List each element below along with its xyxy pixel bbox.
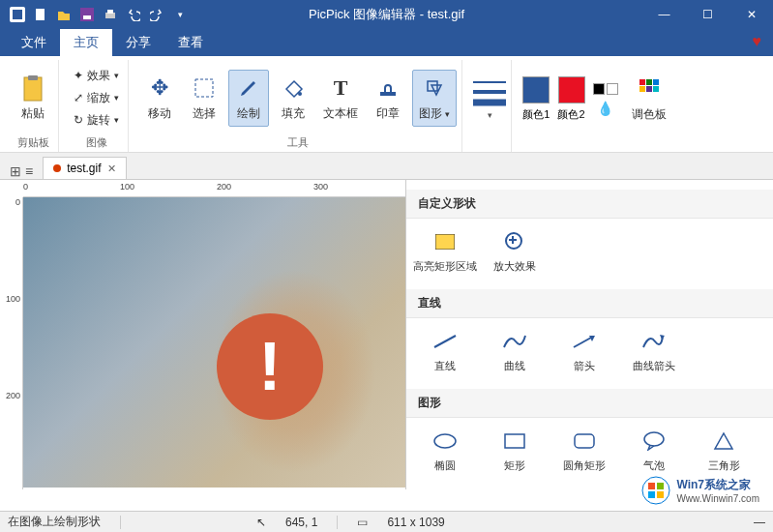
status-bar: 在图像上绘制形状 ↖ 645, 1 ▭ 611 x 1039 — bbox=[0, 511, 773, 532]
shape-curve-arrow[interactable]: 曲线箭头 bbox=[619, 326, 689, 377]
pencil-icon bbox=[235, 74, 262, 102]
close-button[interactable]: ✕ bbox=[729, 0, 773, 29]
shape-triangle[interactable]: 三角形 bbox=[689, 426, 758, 477]
svg-rect-15 bbox=[639, 79, 645, 85]
svg-point-27 bbox=[434, 434, 456, 448]
fill-button[interactable]: 填充 bbox=[273, 71, 313, 126]
select-button[interactable]: 选择 bbox=[184, 71, 224, 126]
rotate-icon: ↻ bbox=[74, 113, 83, 127]
paste-button[interactable]: 粘贴 bbox=[13, 71, 53, 126]
svg-rect-7 bbox=[24, 77, 42, 101]
new-icon[interactable] bbox=[33, 7, 48, 22]
palette-icon bbox=[636, 75, 663, 103]
canvas-area: 0 100 200 300 0 100 200 ! 自定义形状 高亮矩形区域 放… bbox=[0, 180, 773, 489]
move-button[interactable]: ✥移动 bbox=[139, 71, 180, 126]
tab-file[interactable]: 文件 bbox=[8, 29, 60, 56]
color-picker-buttons: 💧 bbox=[593, 83, 618, 116]
shapes-icon bbox=[421, 74, 448, 102]
svg-line-25 bbox=[434, 336, 456, 347]
bucket-icon bbox=[280, 74, 307, 102]
undo-icon[interactable] bbox=[126, 7, 141, 22]
svg-point-31 bbox=[642, 477, 669, 504]
document-tab[interactable]: test.gif ✕ bbox=[43, 157, 126, 179]
rotate-button[interactable]: ↻旋转▾ bbox=[70, 110, 123, 131]
shape-curve[interactable]: 曲线 bbox=[480, 326, 550, 377]
save-icon[interactable] bbox=[79, 7, 95, 22]
section-custom: 自定义形状 bbox=[406, 190, 773, 219]
palette-button[interactable]: 调色板 bbox=[626, 72, 672, 127]
redo-icon[interactable] bbox=[149, 7, 164, 22]
grid-view-icon[interactable]: ⊞ bbox=[10, 163, 21, 179]
shape-button[interactable]: 图形 ▾ bbox=[412, 70, 457, 127]
shapes-dropdown-panel: 自定义形状 高亮矩形区域 放大效果 直线 直线 曲线 箭头 曲线箭头 图形 椭圆… bbox=[405, 180, 773, 489]
tab-home[interactable]: 主页 bbox=[60, 29, 112, 56]
svg-rect-29 bbox=[575, 434, 594, 448]
minimize-button[interactable]: — bbox=[642, 0, 686, 29]
move-icon: ✥ bbox=[146, 74, 173, 102]
shape-highlight-rect[interactable]: 高亮矩形区域 bbox=[410, 226, 480, 278]
shape-arrow[interactable]: 箭头 bbox=[550, 326, 619, 377]
text-button[interactable]: T文本框 bbox=[317, 71, 364, 126]
open-icon[interactable] bbox=[56, 7, 72, 22]
section-shape: 图形 bbox=[406, 389, 773, 418]
color1-button[interactable]: 颜色1 bbox=[522, 76, 550, 122]
quick-access-toolbar: ▾ bbox=[0, 7, 188, 22]
watermark: Win7系统之家 Www.Winwin7.com bbox=[636, 474, 765, 507]
svg-rect-6 bbox=[107, 10, 113, 14]
status-position: 645, 1 bbox=[285, 516, 317, 529]
section-line: 直线 bbox=[406, 289, 773, 318]
ribbon-group-image: ✦效果▾ ⤢缩放▾ ↻旋转▾ 图像 bbox=[65, 60, 129, 152]
print-icon[interactable] bbox=[103, 7, 118, 22]
close-tab-icon[interactable]: ✕ bbox=[107, 163, 116, 175]
zoom-out-button[interactable]: — bbox=[754, 516, 765, 529]
select-icon bbox=[191, 74, 218, 102]
svg-point-10 bbox=[298, 92, 302, 96]
svg-rect-9 bbox=[195, 79, 213, 97]
svg-rect-11 bbox=[380, 92, 396, 96]
warning-overlay-icon: ! bbox=[217, 313, 323, 420]
svg-rect-19 bbox=[646, 86, 652, 92]
stroke-thick-icon[interactable] bbox=[473, 99, 506, 106]
tab-view[interactable]: 查看 bbox=[164, 29, 217, 56]
stroke-med-icon[interactable] bbox=[473, 89, 506, 95]
qat-dropdown-icon[interactable]: ▾ bbox=[172, 7, 188, 22]
shape-rect[interactable]: 矩形 bbox=[480, 426, 550, 477]
list-view-icon[interactable]: ≡ bbox=[25, 163, 33, 179]
shape-magnify[interactable]: 放大效果 bbox=[480, 226, 550, 278]
ribbon: 粘贴 剪贴板 ✦效果▾ ⤢缩放▾ ↻旋转▾ 图像 ✥移动 选择 绘制 填充 T文… bbox=[0, 56, 773, 153]
svg-rect-21 bbox=[435, 234, 455, 250]
resize-button[interactable]: ⤢缩放▾ bbox=[70, 88, 123, 108]
stroke-thin-icon[interactable] bbox=[473, 79, 506, 85]
svg-rect-18 bbox=[639, 86, 645, 92]
app-icon bbox=[10, 7, 25, 22]
color2-button[interactable]: 颜色2 bbox=[557, 76, 584, 122]
win7-logo-icon bbox=[641, 476, 670, 505]
svg-rect-8 bbox=[28, 75, 38, 80]
svg-rect-20 bbox=[653, 86, 659, 92]
shape-bubble[interactable]: 气泡 bbox=[619, 426, 689, 477]
stamp-button[interactable]: 印章 bbox=[368, 71, 408, 126]
window-title: PicPick 图像编辑器 - test.gif bbox=[309, 6, 464, 23]
favorite-icon[interactable]: ♥ bbox=[753, 33, 762, 50]
ribbon-group-colors: 颜色1 颜色2 💧 调色板 bbox=[518, 60, 676, 152]
ribbon-group-clipboard: 粘贴 剪贴板 bbox=[8, 60, 59, 152]
ribbon-group-stroke: ▾ bbox=[468, 60, 512, 152]
tab-share[interactable]: 分享 bbox=[112, 29, 164, 56]
resize-icon: ⤢ bbox=[74, 91, 83, 104]
shape-ellipse[interactable]: 椭圆 bbox=[410, 426, 480, 477]
svg-rect-16 bbox=[646, 79, 652, 85]
color2-swatch bbox=[558, 76, 585, 103]
shape-line[interactable]: 直线 bbox=[410, 326, 480, 377]
effect-button[interactable]: ✦效果▾ bbox=[70, 66, 123, 86]
svg-rect-17 bbox=[653, 79, 659, 85]
dropper-icon[interactable]: 💧 bbox=[593, 101, 618, 116]
shape-round-rect[interactable]: 圆角矩形 bbox=[550, 426, 619, 477]
cursor-icon: ↖ bbox=[256, 516, 266, 529]
draw-button[interactable]: 绘制 bbox=[228, 70, 269, 127]
maximize-button[interactable]: ☐ bbox=[686, 0, 729, 29]
text-icon: T bbox=[327, 74, 354, 102]
ribbon-group-tools: ✥移动 选择 绘制 填充 T文本框 印章 图形 ▾ 工具 bbox=[134, 60, 462, 152]
modified-indicator-icon bbox=[53, 164, 61, 172]
color1-swatch bbox=[522, 76, 550, 103]
stamp-icon bbox=[374, 74, 401, 102]
